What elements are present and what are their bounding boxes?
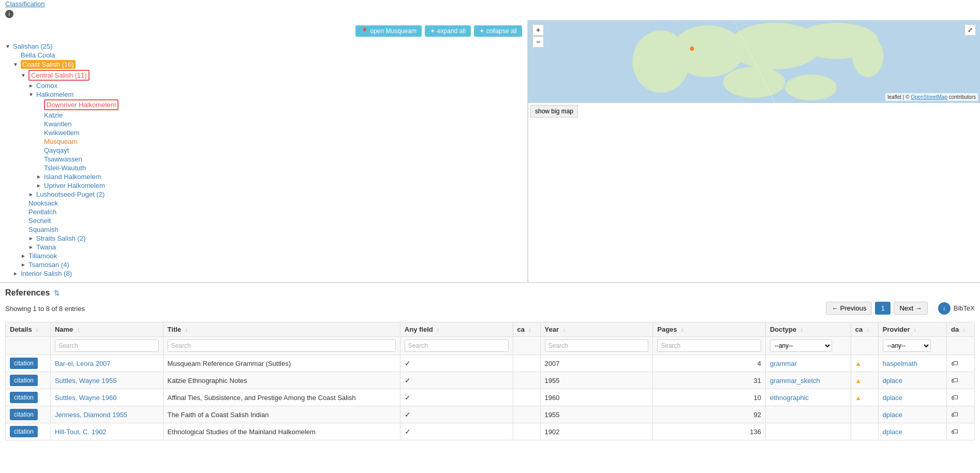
tree-item-straits-salish[interactable]: ► Straits Salish (2) bbox=[5, 234, 522, 243]
tree-label-kwantlen[interactable]: Kwantlen bbox=[44, 120, 71, 128]
bookmark-icon-3[interactable]: 🏷 bbox=[951, 393, 958, 402]
th-ca[interactable]: ca ↕ bbox=[513, 322, 540, 337]
tree-label-musqueam[interactable]: Musqueam bbox=[44, 138, 77, 145]
tree-label-tsamosan[interactable]: Tsamosan (4) bbox=[28, 261, 69, 269]
tree-label-lushootseed-puget[interactable]: Lushootseed-Puget (2) bbox=[36, 190, 105, 198]
references-sort-icon[interactable]: ⇅ bbox=[54, 289, 60, 297]
tree-item-squamish[interactable]: Squamish bbox=[5, 225, 522, 234]
th-title[interactable]: Title ↕ bbox=[163, 322, 400, 337]
name-link-5[interactable]: Hill-Tout, C. 1902 bbox=[55, 428, 107, 436]
tree-item-qayqayt[interactable]: Qayqayt bbox=[5, 146, 522, 155]
citation-button-2[interactable]: citation bbox=[10, 375, 38, 386]
doctype-link-3[interactable]: ethnographic bbox=[770, 394, 809, 402]
tree-label-coast-salish[interactable]: Coast Salish (16) bbox=[21, 60, 76, 69]
th-da[interactable]: da ↕ bbox=[947, 322, 975, 337]
tree-label-sechelt[interactable]: Sechelt bbox=[28, 217, 51, 225]
tree-item-tsamosan[interactable]: ► Tsamosan (4) bbox=[5, 260, 522, 269]
th-ca2[interactable]: ca ↕ bbox=[851, 322, 878, 337]
bookmark-icon-2[interactable]: 🏷 bbox=[951, 376, 958, 385]
provider-link-3[interactable]: dplace bbox=[883, 394, 902, 402]
citation-button-5[interactable]: citation bbox=[10, 426, 38, 437]
map-expand-button[interactable]: ⤢ bbox=[964, 24, 976, 36]
tree-label-nooksack[interactable]: Nooksack bbox=[28, 199, 58, 207]
tree-label-comox[interactable]: Comox bbox=[36, 82, 57, 90]
tree-label-kwikwetlem[interactable]: Kwikwetlem bbox=[44, 129, 80, 137]
tree-label-halkomelem[interactable]: Halkomelem bbox=[36, 91, 73, 98]
th-details[interactable]: Details ↕ bbox=[6, 322, 51, 337]
previous-button[interactable]: ← Previous bbox=[826, 302, 872, 315]
tree-label-qayqayt[interactable]: Qayqayt bbox=[44, 146, 69, 154]
th-provider[interactable]: Provider ↕ bbox=[878, 322, 946, 337]
next-button[interactable]: Next → bbox=[894, 302, 927, 315]
bibtex-icon[interactable]: i bbox=[938, 302, 951, 315]
bookmark-icon-5[interactable]: 🏷 bbox=[951, 427, 958, 436]
pages-search-input[interactable] bbox=[657, 339, 761, 352]
tree-label-twana[interactable]: Twana bbox=[36, 243, 56, 251]
tree-label-central-salish[interactable]: Central Salish (11) bbox=[28, 70, 90, 81]
tree-label-upriver-halkomelem[interactable]: Upriver Halkomelem bbox=[44, 182, 105, 189]
doctype-link-1[interactable]: grammar bbox=[770, 360, 797, 367]
tree-item-kwantlen[interactable]: Kwantlen bbox=[5, 120, 522, 128]
tree-item-kwikwetlem[interactable]: Kwikwetlem bbox=[5, 128, 522, 137]
tree-item-bella-coola[interactable]: Bella Coola bbox=[5, 51, 522, 60]
openstreetmap-link[interactable]: OpenStreetMap bbox=[911, 94, 947, 100]
doctype-link-2[interactable]: grammar_sketch bbox=[770, 377, 820, 385]
tree-item-tsawwassen[interactable]: Tsawwassen bbox=[5, 155, 522, 164]
tree-item-comox[interactable]: ► Comox bbox=[5, 81, 522, 90]
year-search-input[interactable] bbox=[545, 339, 649, 352]
open-musqueam-button[interactable]: 📍 open Musqueam bbox=[355, 25, 422, 37]
th-any-field[interactable]: Any field ↕ bbox=[400, 322, 513, 337]
bookmark-icon-1[interactable]: 🏷 bbox=[951, 359, 958, 367]
bookmark-icon-4[interactable]: 🏷 bbox=[951, 410, 958, 419]
provider-link-5[interactable]: dplace bbox=[883, 428, 902, 436]
th-pages[interactable]: Pages ↕ bbox=[653, 322, 766, 337]
tree-item-coast-salish[interactable]: ▼ Coast Salish (16) bbox=[5, 60, 522, 69]
tree-item-halkomelem[interactable]: ▼ Halkomelem bbox=[5, 90, 522, 99]
name-link-2[interactable]: Suttles, Wayne 1955 bbox=[55, 377, 116, 385]
th-year[interactable]: Year ↕ bbox=[540, 322, 653, 337]
th-name[interactable]: Name ↕ bbox=[50, 322, 163, 337]
name-link-1[interactable]: Bar-el, Leora 2007 bbox=[55, 360, 111, 367]
classification-link[interactable]: Classification bbox=[0, 0, 50, 11]
map-zoom-out-button[interactable]: − bbox=[532, 36, 544, 48]
citation-button-1[interactable]: citation bbox=[10, 358, 38, 369]
tree-item-sechelt[interactable]: Sechelt bbox=[5, 216, 522, 225]
collapse-all-button[interactable]: ✦ collapse all bbox=[474, 25, 522, 37]
th-doctype[interactable]: Doctype ↕ bbox=[765, 322, 851, 337]
tree-item-katzie[interactable]: Katzie bbox=[5, 111, 522, 120]
map-zoom-in-button[interactable]: + bbox=[532, 24, 544, 36]
tree-item-nooksack[interactable]: Nooksack bbox=[5, 199, 522, 208]
tree-item-island-halkomelem[interactable]: ► Island Halkomelem bbox=[5, 172, 522, 181]
tree-item-twana[interactable]: ► Twana bbox=[5, 243, 522, 252]
tree-item-tillamook[interactable]: ► Tillamook bbox=[5, 252, 522, 260]
tree-item-upriver-halkomelem[interactable]: ► Upriver Halkomelem bbox=[5, 181, 522, 190]
tree-item-lushootseed-puget[interactable]: ► Lushootseed-Puget (2) bbox=[5, 190, 522, 199]
tree-label-downriver-halkomelem[interactable]: Downriver Halkomelem bbox=[44, 99, 118, 110]
tree-label-straits-salish[interactable]: Straits Salish (2) bbox=[36, 234, 85, 242]
tree-label-island-halkomelem[interactable]: Island Halkomelem bbox=[44, 173, 101, 181]
tree-label-squamish[interactable]: Squamish bbox=[28, 226, 58, 233]
provider-link-2[interactable]: dplace bbox=[883, 377, 902, 385]
tree-item-interior-salish[interactable]: ► Interior Salish (8) bbox=[5, 269, 522, 278]
tree-label-pentlatch[interactable]: Pentlatch bbox=[28, 208, 56, 216]
provider-link-1[interactable]: haspelmath bbox=[883, 360, 917, 367]
tree-label-tsleil-waututh[interactable]: Tsleil-Waututh bbox=[44, 164, 86, 172]
info-icon[interactable]: i bbox=[5, 10, 13, 18]
tree-label-tillamook[interactable]: Tillamook bbox=[28, 252, 57, 260]
show-big-map-button[interactable]: show big map bbox=[530, 105, 578, 117]
name-link-4[interactable]: Jenness, Diamond 1955 bbox=[55, 411, 127, 419]
tree-label-interior-salish[interactable]: Interior Salish (8) bbox=[21, 270, 72, 277]
tree-item-tsleil-waututh[interactable]: Tsleil-Waututh bbox=[5, 164, 522, 172]
tree-label-bella-coola[interactable]: Bella Coola bbox=[21, 51, 55, 59]
tree-item-central-salish[interactable]: ▼ Central Salish (11) bbox=[5, 69, 522, 81]
tree-label-salishan[interactable]: Salishan (25) bbox=[13, 42, 53, 50]
title-search-input[interactable] bbox=[168, 339, 396, 352]
provider-filter-select[interactable]: --any-- haspelmath dplace bbox=[883, 339, 931, 352]
doctype-filter-select[interactable]: --any-- grammar grammar_sketch ethnograp… bbox=[770, 339, 832, 352]
tree-label-katzie[interactable]: Katzie bbox=[44, 111, 63, 119]
tree-item-salishan[interactable]: ▼ Salishan (25) bbox=[5, 42, 522, 51]
tree-item-musqueam[interactable]: Musqueam bbox=[5, 137, 522, 146]
expand-all-button[interactable]: ✦ expand all bbox=[425, 25, 471, 37]
tree-label-tsawwassen[interactable]: Tsawwassen bbox=[44, 155, 82, 163]
tree-item-pentlatch[interactable]: Pentlatch bbox=[5, 208, 522, 216]
